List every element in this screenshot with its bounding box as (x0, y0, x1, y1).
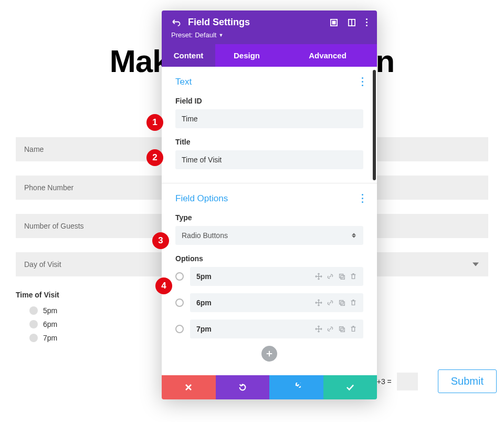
svg-rect-6 (340, 301, 343, 304)
option-row: 5pm (175, 267, 363, 286)
link-icon[interactable] (327, 325, 334, 333)
svg-rect-1 (332, 21, 335, 24)
svg-rect-4 (340, 274, 343, 278)
submit-button[interactable]: Submit (438, 369, 497, 393)
move-icon[interactable] (315, 325, 322, 333)
section-heading-text[interactable]: Text (175, 77, 192, 87)
tab-advanced[interactable]: Advanced (278, 44, 377, 67)
trash-icon[interactable] (350, 273, 357, 280)
radio-icon (29, 320, 38, 328)
preset-label: Preset: (171, 31, 193, 39)
confirm-button[interactable] (323, 375, 377, 399)
move-icon[interactable] (315, 273, 322, 280)
text-section: Text Field ID Time Title Time of Visit (162, 67, 377, 183)
kebab-menu-icon[interactable] (366, 18, 368, 27)
option-input[interactable]: 6pm (190, 293, 363, 312)
sort-icon (352, 233, 356, 238)
kebab-menu-icon[interactable] (362, 76, 363, 87)
callout-badge-4: 4 (155, 277, 172, 294)
option-value: 5pm (196, 272, 212, 281)
link-icon[interactable] (327, 299, 334, 306)
type-label: Type (175, 213, 363, 222)
option-input[interactable]: 5pm (190, 267, 363, 286)
kebab-menu-icon[interactable] (362, 193, 363, 204)
type-value: Radio Buttons (182, 231, 228, 240)
svg-rect-5 (341, 275, 344, 279)
preset-value: Default (195, 31, 216, 39)
trash-icon[interactable] (350, 299, 357, 306)
preset-selector[interactable]: Preset: Default ▼ (171, 31, 368, 39)
title-group: Title Time of Visit (175, 138, 363, 169)
form-footer: 12 +3 = Submit (366, 369, 497, 393)
title-label: Title (175, 138, 363, 146)
option-input[interactable]: 7pm (190, 320, 363, 338)
undo-button[interactable] (216, 375, 270, 399)
time-option-label: 5pm (43, 306, 57, 315)
radio-icon[interactable] (175, 325, 184, 333)
chevron-down-icon: ▼ (218, 33, 223, 38)
day-field-label: Day of Visit (24, 260, 61, 269)
option-value: 6pm (196, 299, 212, 307)
modal-header: Field Settings Preset: Default ▼ (162, 11, 377, 44)
options-label: Options (175, 254, 363, 263)
modal-title: Field Settings (188, 17, 250, 28)
move-icon[interactable] (315, 299, 322, 306)
svg-rect-8 (340, 327, 343, 331)
type-group: Type Radio Buttons (175, 213, 363, 245)
field-id-input[interactable]: Time (175, 109, 363, 128)
callout-badge-1: 1 (146, 114, 163, 131)
tab-content[interactable]: Content (162, 44, 215, 67)
option-value: 7pm (196, 325, 212, 333)
trash-icon[interactable] (350, 325, 357, 333)
copy-icon[interactable] (338, 299, 345, 306)
field-id-label: Field ID (175, 97, 363, 105)
expand-icon[interactable] (330, 19, 338, 26)
time-option-label: 7pm (43, 334, 57, 342)
radio-icon (29, 306, 38, 315)
tab-design[interactable]: Design (215, 44, 278, 67)
field-options-section: Field Options Type Radio Buttons Options (162, 183, 377, 375)
field-id-group: Field ID Time (175, 97, 363, 128)
time-option-label: 6pm (43, 320, 57, 328)
radio-icon[interactable] (175, 299, 184, 307)
radio-icon[interactable] (175, 272, 184, 281)
modal-tabs: Content Design Advanced (162, 44, 377, 67)
copy-icon[interactable] (338, 325, 345, 333)
section-heading-options[interactable]: Field Options (175, 193, 228, 204)
back-icon[interactable] (171, 18, 181, 27)
redo-button[interactable] (269, 375, 323, 399)
modal-footer (162, 375, 377, 399)
captcha-input[interactable] (397, 373, 418, 390)
chevron-down-icon (472, 263, 479, 266)
option-row: 6pm (175, 293, 363, 312)
add-option-button[interactable] (261, 346, 277, 362)
radio-icon (29, 334, 38, 342)
link-icon[interactable] (327, 273, 334, 280)
title-input[interactable]: Time of Visit (175, 150, 363, 169)
callout-badge-3: 3 (152, 232, 169, 249)
option-row: 7pm (175, 320, 363, 338)
svg-rect-9 (341, 328, 344, 332)
copy-icon[interactable] (338, 273, 345, 280)
cancel-button[interactable] (162, 375, 216, 399)
scrollbar[interactable] (373, 70, 376, 180)
callout-badge-2: 2 (146, 149, 163, 166)
type-select[interactable]: Radio Buttons (175, 226, 363, 245)
dock-icon[interactable] (348, 19, 355, 26)
svg-rect-7 (341, 302, 344, 305)
field-settings-modal: Field Settings Preset: Default ▼ (162, 11, 377, 399)
modal-body: Text Field ID Time Title Time of Visit F… (162, 67, 377, 375)
